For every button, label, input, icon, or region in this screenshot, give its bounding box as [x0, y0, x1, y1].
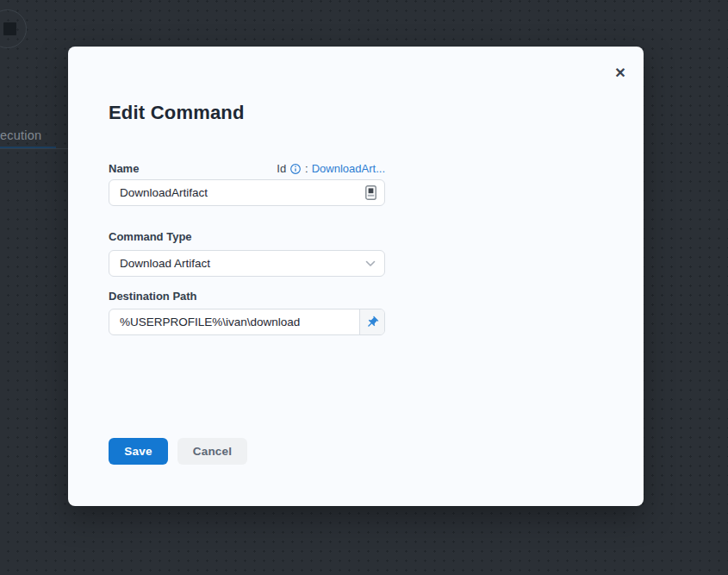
- id-label: Id: [277, 162, 286, 175]
- stop-button[interactable]: [0, 9, 27, 48]
- tab-execution[interactable]: ecution: [0, 128, 41, 142]
- chevron-down-icon: [365, 260, 384, 267]
- edit-command-modal: ✕ Edit Command Name Id : DownloadArt...: [68, 47, 644, 506]
- close-icon[interactable]: ✕: [611, 64, 630, 83]
- id-separator: :: [305, 162, 308, 175]
- pin-icon: [363, 312, 383, 332]
- id-value-link[interactable]: DownloadArt...: [312, 162, 385, 175]
- pin-button[interactable]: [359, 309, 384, 334]
- cancel-button[interactable]: Cancel: [177, 438, 247, 465]
- stop-icon: [3, 22, 16, 35]
- tab-bar-divider: [0, 148, 78, 149]
- id-info-row: Id : DownloadArt...: [277, 162, 385, 175]
- contact-badge-icon: [365, 185, 384, 200]
- name-field-header: Name Id : DownloadArt...: [109, 162, 385, 175]
- name-label: Name: [109, 162, 139, 175]
- save-button[interactable]: Save: [109, 438, 168, 465]
- name-input[interactable]: [109, 186, 365, 199]
- name-input-wrap: [109, 179, 385, 206]
- destination-path-label: Destination Path: [109, 290, 197, 303]
- modal-actions: Save Cancel: [109, 438, 247, 465]
- destination-path-group: [109, 309, 385, 335]
- info-icon[interactable]: [289, 163, 302, 175]
- command-type-select[interactable]: Download Artifact: [109, 250, 385, 277]
- destination-path-input[interactable]: [109, 309, 359, 334]
- command-type-label: Command Type: [109, 230, 192, 243]
- command-type-value: Download Artifact: [109, 257, 210, 270]
- modal-title: Edit Command: [109, 102, 245, 124]
